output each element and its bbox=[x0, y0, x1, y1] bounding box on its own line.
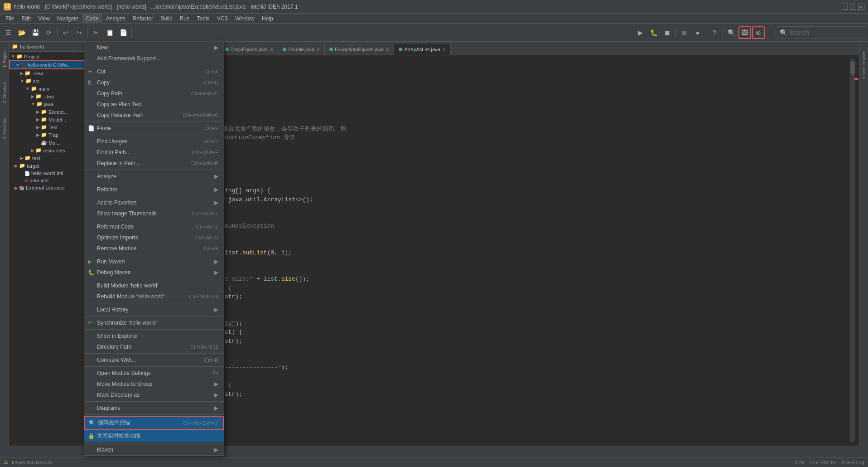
ctx-disable-realtime[interactable]: 🔒 关闭实时检测功能 bbox=[84, 430, 224, 442]
ctx-open-module-settings[interactable]: Open Module Settings F4 bbox=[84, 368, 224, 379]
tab-close-icon[interactable]: ✕ bbox=[386, 47, 389, 52]
status-left[interactable]: ⚠ Inspection Results bbox=[4, 459, 53, 465]
code-content[interactable]: package Exception; ● import java.util.Li… bbox=[115, 59, 850, 442]
toolbar-run-button[interactable]: ▶ bbox=[634, 26, 646, 39]
toolbar-redo-button[interactable]: ↪ bbox=[73, 26, 86, 39]
tree-pom[interactable]: ▶ m pom.xml bbox=[9, 177, 92, 184]
ctx-replace-in-path[interactable]: Replace in Path... Ctrl+Shift+R bbox=[84, 158, 224, 169]
ctx-cut[interactable]: ✂ Cut Ctrl+X bbox=[84, 66, 224, 77]
tree-helloworld[interactable]: ▼ ⬛ hello-world C:\Wo... bbox=[9, 60, 92, 69]
ctx-find-usages[interactable]: Find Usages Alt+F7 bbox=[84, 136, 224, 147]
tab-trapequals[interactable]: Trap\Equals.java ✕ bbox=[221, 44, 278, 55]
tree-java[interactable]: ▼ 📁 java bbox=[9, 100, 92, 108]
sidebar-maven-tab[interactable]: Maven Projects bbox=[862, 42, 866, 88]
close-button[interactable]: ✕ bbox=[858, 4, 864, 10]
tree-idea2[interactable]: ▶ 📁 .idea bbox=[9, 92, 92, 100]
toolbar-stop-button[interactable]: ◼ bbox=[661, 26, 674, 39]
ctx-remove-module[interactable]: Remove Module Delete bbox=[84, 243, 224, 254]
ctx-analyze[interactable]: Analyze ▶ bbox=[84, 171, 224, 182]
toolbar-breakpoint-button[interactable]: ● bbox=[691, 26, 704, 39]
toolbar-bookmark-button[interactable]: ⊕ bbox=[678, 26, 690, 39]
tab-close-icon[interactable]: ✕ bbox=[270, 47, 273, 52]
menu-refactor[interactable]: Refactor bbox=[129, 14, 157, 24]
toolbar-image1-button[interactable]: 🖼 bbox=[738, 26, 751, 39]
ctx-debug-maven[interactable]: 🐛 Debug Maven ▶ bbox=[84, 267, 224, 278]
minimize-button[interactable]: ─ bbox=[842, 4, 848, 10]
ctx-compare-with[interactable]: Compare With... Ctrl+D bbox=[84, 355, 224, 365]
ctx-code-scan[interactable]: 🔍 编码规约扫描 Ctrl+Alt+Shift+J bbox=[84, 416, 224, 430]
ctx-copy-path[interactable]: Copy Path Ctrl+Shift+C bbox=[84, 88, 224, 99]
ctx-copy-plain-text[interactable]: Copy as Plain Text bbox=[84, 99, 224, 110]
menu-run[interactable]: Run bbox=[176, 14, 193, 24]
ctx-move-module-to-group[interactable]: Move Module to Group ▶ bbox=[84, 379, 224, 389]
tree-test[interactable]: ▶ 📁 Test bbox=[9, 123, 92, 131]
ctx-maven[interactable]: Maven ▶ bbox=[84, 444, 224, 455]
ctx-show-in-explorer[interactable]: Show in Explorer bbox=[84, 331, 224, 341]
toolbar-undo-button[interactable]: ↩ bbox=[59, 26, 72, 39]
menu-edit[interactable]: Edit bbox=[18, 14, 34, 24]
ctx-synchronize[interactable]: ⟳ Synchronize 'hello-world' bbox=[84, 317, 224, 328]
menu-build[interactable]: Build bbox=[157, 14, 176, 24]
tree-resources[interactable]: ▶ 📁 resources bbox=[9, 146, 92, 154]
tab-close-icon[interactable]: ✕ bbox=[442, 47, 446, 52]
sidebar-structure-tab[interactable]: Z: Structure bbox=[0, 75, 9, 110]
ctx-optimize-imports[interactable]: Optimize Imports Ctrl+Alt+O bbox=[84, 232, 224, 243]
toolbar-help-button[interactable]: ? bbox=[708, 26, 721, 39]
ctx-show-image-thumbnails[interactable]: Show Image Thumbnails Ctrl+Shift+T bbox=[84, 208, 224, 219]
toolbar-cut-button[interactable]: ✂ bbox=[90, 26, 102, 39]
tree-idea[interactable]: ▶ 📁 .idea bbox=[9, 69, 92, 77]
ctx-refactor[interactable]: Refactor ▶ bbox=[84, 184, 224, 195]
menu-tools[interactable]: Tools bbox=[193, 14, 213, 24]
ctx-new[interactable]: New ▶ bbox=[84, 42, 224, 53]
ctx-rebuild-module[interactable]: Rebuild Module 'hello-world' Ctrl+Shift+… bbox=[84, 291, 224, 302]
tree-ext-libs[interactable]: ▶ 📚 External Libraries bbox=[9, 184, 92, 191]
menu-code[interactable]: Code bbox=[82, 14, 102, 24]
menu-file[interactable]: File bbox=[2, 14, 18, 24]
status-event-log[interactable]: Event Log bbox=[842, 460, 864, 465]
toolbar-image2-button[interactable]: ⊗ bbox=[752, 26, 765, 39]
toolbar-sync-button[interactable]: ⟳ bbox=[43, 26, 55, 39]
menu-view[interactable]: View bbox=[34, 14, 53, 24]
toolbar-debug-button[interactable]: 🐛 bbox=[647, 26, 660, 39]
tree-except[interactable]: ▶ 📁 Except... bbox=[9, 108, 92, 116]
tree-iml[interactable]: ▶ 📄 hello-world.iml bbox=[9, 170, 92, 177]
tab-arrayaslist[interactable]: ArrayAsList.java ✕ bbox=[394, 44, 450, 55]
tree-mai[interactable]: ▶ ☕ Mai... bbox=[9, 139, 92, 146]
ctx-paste[interactable]: 📄 Paste Ctrl+V bbox=[84, 123, 224, 134]
maximize-button[interactable]: □ bbox=[850, 4, 856, 10]
toolbar-search-everywhere[interactable]: 🔍 Search bbox=[776, 26, 866, 39]
toolbar-copy-button[interactable]: 📋 bbox=[103, 26, 116, 39]
menu-vcs[interactable]: VCS bbox=[213, 14, 232, 24]
ctx-reformat-code[interactable]: Reformat Code Ctrl+Alt+L bbox=[84, 221, 224, 232]
ctx-add-to-favorites[interactable]: Add to Favorites ▶ bbox=[84, 197, 224, 208]
menu-navigate[interactable]: Navigate bbox=[53, 14, 82, 24]
tree-target[interactable]: ▶ 📁 target bbox=[9, 162, 92, 170]
menu-analyze[interactable]: Analyze bbox=[102, 14, 129, 24]
toolbar-open-button[interactable]: 📂 bbox=[15, 26, 28, 39]
sidebar-favorites-tab[interactable]: 2: Favorites bbox=[0, 111, 9, 146]
tree-project-dropdown[interactable]: ▼ 📁 Project bbox=[9, 53, 92, 60]
tab-close-icon[interactable]: ✕ bbox=[316, 47, 320, 52]
tab-exceptionequals[interactable]: Exception\Equals.java ✕ bbox=[325, 44, 394, 55]
ctx-copy[interactable]: ⎘ Copy Ctrl+C bbox=[84, 77, 224, 88]
tree-test2[interactable]: ▶ 📁 test bbox=[9, 154, 92, 162]
ctx-diagrams[interactable]: Diagrams ▶ bbox=[84, 403, 224, 413]
ctx-build-module[interactable]: Build Module 'hello-world' bbox=[84, 280, 224, 291]
menu-help[interactable]: Help bbox=[258, 14, 277, 24]
ctx-copy-relative-path[interactable]: Copy Relative Path Ctrl+Alt+Shift+C bbox=[84, 110, 224, 121]
toolbar-paste-button[interactable]: 📄 bbox=[117, 26, 130, 39]
menu-window[interactable]: Window bbox=[231, 14, 258, 24]
tree-src[interactable]: ▼ 📁 src bbox=[9, 77, 92, 85]
ctx-local-history[interactable]: Local History ▶ bbox=[84, 304, 224, 315]
toolbar-save-button[interactable]: 💾 bbox=[29, 26, 42, 39]
tree-trap[interactable]: ▶ 📁 Trap bbox=[9, 131, 92, 139]
tab-doublejava[interactable]: Double.java ✕ bbox=[278, 44, 325, 55]
tree-main[interactable]: ▼ 📁 main bbox=[9, 85, 92, 92]
toolbar-new-button[interactable]: ☰ bbox=[2, 26, 14, 39]
ctx-run-maven[interactable]: ▶ Run Maven ▶ bbox=[84, 256, 224, 267]
tree-model[interactable]: ▶ 📁 Model... bbox=[9, 116, 92, 123]
ctx-mark-directory-as[interactable]: Mark Directory as ▶ bbox=[84, 389, 224, 400]
toolbar-search-button[interactable]: 🔍 bbox=[725, 26, 738, 39]
ctx-directory-path[interactable]: Directory Path Ctrl+Alt+F12 bbox=[84, 341, 224, 352]
ctx-find-in-path[interactable]: Find in Path... Ctrl+Shift+F bbox=[84, 147, 224, 158]
